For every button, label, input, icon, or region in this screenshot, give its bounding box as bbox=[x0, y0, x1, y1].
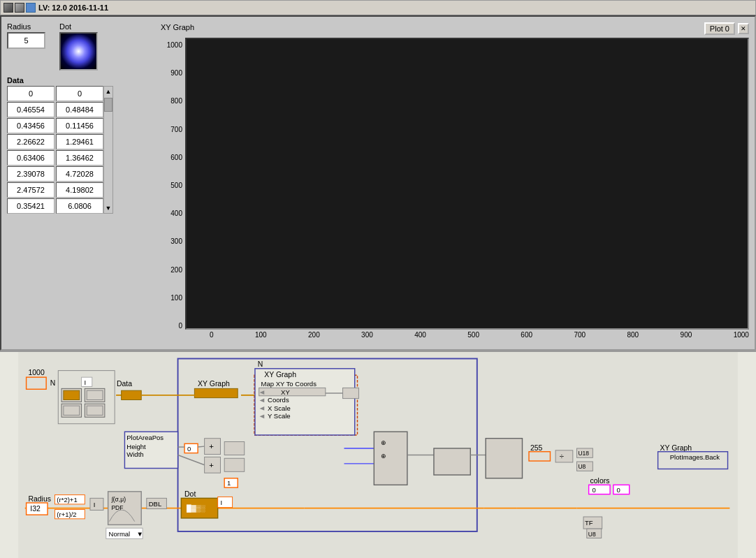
data-cell-3-1[interactable]: 1.29461 bbox=[56, 134, 103, 149]
x-axis-label: 600 bbox=[521, 334, 532, 346]
left-controls: Radius 5 Dot Data 000.465540.484840.4345… bbox=[7, 22, 154, 344]
svg-rect-52 bbox=[224, 441, 245, 455]
svg-rect-43 bbox=[184, 443, 198, 453]
svg-text:X Scale: X Scale bbox=[268, 404, 291, 412]
y-axis-label: 300 bbox=[161, 240, 182, 247]
svg-text:PDF: PDF bbox=[111, 504, 123, 511]
svg-text:Dot: Dot bbox=[184, 490, 196, 498]
svg-text:XY Graph: XY Graph bbox=[660, 444, 692, 452]
svg-text:Normal: Normal bbox=[109, 530, 131, 538]
data-cell-1-1[interactable]: 0.48484 bbox=[56, 102, 103, 117]
svg-text:I32: I32 bbox=[30, 505, 41, 513]
data-cell-6-1[interactable]: 4.19802 bbox=[56, 182, 103, 198]
data-table: 000.465540.484840.434560.114562.266221.2… bbox=[7, 86, 103, 214]
svg-rect-11 bbox=[64, 390, 80, 399]
svg-text:Y Scale: Y Scale bbox=[268, 412, 291, 420]
y-axis-label: 200 bbox=[161, 268, 182, 276]
block-diagram-svg: 1000 N I Data XY Graph bbox=[0, 352, 756, 558]
data-cell-0-0[interactable]: 0 bbox=[7, 86, 54, 101]
title-bar: LV: 12.0 2016-11-11 bbox=[0, 0, 756, 15]
svg-text:XY Graph: XY Graph bbox=[264, 371, 296, 379]
svg-text:PlotAreaPos: PlotAreaPos bbox=[126, 434, 163, 441]
plot-close-button[interactable]: ✕ bbox=[738, 23, 749, 34]
data-cell-5-1[interactable]: 4.72028 bbox=[56, 166, 103, 182]
svg-rect-21 bbox=[194, 388, 238, 397]
data-row-4: 0.634061.36462 bbox=[7, 150, 103, 166]
radius-label: Radius bbox=[7, 22, 45, 31]
plot-button[interactable]: Plot 0 bbox=[704, 22, 735, 35]
data-cell-6-0[interactable]: 2.47572 bbox=[7, 182, 54, 198]
svg-text:▼: ▼ bbox=[137, 530, 143, 538]
svg-text:(r*2)+1: (r*2)+1 bbox=[57, 496, 77, 504]
x-axis-label: 800 bbox=[627, 334, 639, 346]
x-axis-label: 300 bbox=[361, 334, 373, 346]
title-text: LV: 12.0 2016-11-11 bbox=[38, 3, 108, 12]
data-table-container: 000.465540.484840.434560.114562.266221.2… bbox=[7, 86, 154, 214]
dot-group: Dot bbox=[59, 22, 98, 71]
svg-text:Coords: Coords bbox=[268, 396, 289, 404]
scroll-thumb[interactable] bbox=[104, 98, 112, 112]
svg-line-50 bbox=[198, 446, 205, 447]
y-axis-label: 0 bbox=[161, 325, 182, 332]
data-cell-2-0[interactable]: 0.43456 bbox=[7, 118, 54, 133]
data-row-6: 2.475724.19802 bbox=[7, 182, 103, 198]
svg-text:Radius: Radius bbox=[28, 495, 51, 503]
data-cell-5-0[interactable]: 2.39078 bbox=[7, 166, 54, 182]
svg-text:█▓▒░: █▓▒░ bbox=[187, 504, 205, 513]
data-cell-7-0[interactable]: 0.35421 bbox=[7, 198, 54, 214]
svg-rect-28 bbox=[259, 388, 326, 395]
svg-rect-99 bbox=[90, 498, 103, 510]
data-label: Data bbox=[7, 76, 154, 85]
y-axis-label: 900 bbox=[161, 70, 182, 78]
x-axis-label: 1000 bbox=[734, 334, 749, 346]
data-row-1: 0.465540.48484 bbox=[7, 102, 103, 117]
scroll-down[interactable]: ▼ bbox=[106, 203, 112, 213]
data-section: Data 000.465540.484840.434560.114562.266… bbox=[7, 76, 154, 214]
data-scrollbar[interactable]: ▲ ▼ bbox=[103, 86, 113, 214]
data-cell-7-1[interactable]: 6.0806 bbox=[56, 198, 103, 214]
scatter-canvas bbox=[187, 39, 748, 331]
svg-text:DBL: DBL bbox=[149, 500, 161, 508]
svg-text:255: 255 bbox=[530, 444, 543, 452]
svg-rect-53 bbox=[224, 458, 245, 471]
svg-text:U18: U18 bbox=[578, 450, 589, 457]
svg-text:∫(σ,μ): ∫(σ,μ) bbox=[110, 496, 126, 503]
data-cell-3-0[interactable]: 2.26622 bbox=[7, 134, 54, 149]
data-cell-0-1[interactable]: 0 bbox=[56, 86, 103, 101]
x-axis-label: 200 bbox=[308, 334, 320, 346]
svg-text:I: I bbox=[220, 499, 222, 506]
svg-text:+: + bbox=[209, 442, 214, 450]
data-cell-4-1[interactable]: 1.36462 bbox=[56, 150, 103, 166]
svg-rect-12 bbox=[87, 390, 103, 399]
dot-label: Dot bbox=[59, 22, 98, 31]
svg-text:1000: 1000 bbox=[28, 369, 44, 376]
data-cell-2-1[interactable]: 0.11456 bbox=[56, 118, 103, 133]
data-row-0: 00 bbox=[7, 86, 103, 101]
svg-rect-19 bbox=[122, 390, 142, 399]
data-row-3: 2.266221.29461 bbox=[7, 134, 103, 149]
svg-text:Map XY To Coords: Map XY To Coords bbox=[261, 380, 317, 388]
svg-rect-68 bbox=[434, 448, 470, 475]
svg-text:U8: U8 bbox=[588, 531, 596, 538]
data-cell-4-0[interactable]: 0.63406 bbox=[7, 150, 54, 166]
svg-rect-14 bbox=[87, 406, 103, 415]
svg-text:1: 1 bbox=[227, 479, 231, 487]
app-icon-1 bbox=[3, 3, 13, 13]
svg-rect-54 bbox=[224, 478, 238, 487]
scroll-up[interactable]: ▲ bbox=[106, 87, 112, 96]
y-axis-label: 800 bbox=[161, 98, 182, 105]
svg-text:I: I bbox=[84, 379, 86, 386]
svg-rect-15 bbox=[82, 377, 92, 386]
main-container: Radius 5 Dot Data 000.465540.484840.4345… bbox=[0, 15, 756, 558]
canvas-and-xaxis: 01002003004005006007008009001000 bbox=[185, 38, 749, 346]
x-axis-label: 500 bbox=[467, 334, 479, 346]
svg-text:Data: Data bbox=[117, 380, 132, 388]
svg-rect-13 bbox=[64, 406, 80, 415]
svg-text:⊕: ⊕ bbox=[381, 439, 386, 446]
data-cell-1-0[interactable]: 0.46554 bbox=[7, 102, 54, 117]
radius-input[interactable]: 5 bbox=[7, 32, 45, 49]
app-icon-3 bbox=[26, 3, 36, 13]
svg-text:XY: XY bbox=[281, 388, 290, 396]
svg-text:PlotImages.Back: PlotImages.Back bbox=[670, 453, 720, 461]
radius-dot-row: Radius 5 Dot bbox=[7, 22, 154, 71]
